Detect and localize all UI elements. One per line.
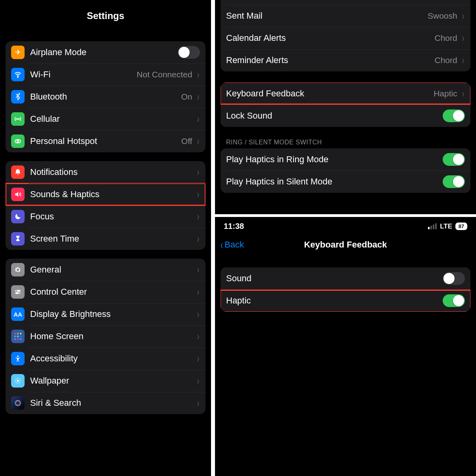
haptics-silent-label: Play Haptics in Silent Mode bbox=[226, 177, 443, 187]
new-mail-row[interactable]: New Mail None › bbox=[221, 0, 470, 5]
speaker-icon bbox=[11, 188, 25, 201]
chevron-right-icon: › bbox=[462, 54, 464, 67]
hourglass-icon bbox=[11, 232, 25, 246]
sent-mail-value: Swoosh bbox=[428, 11, 457, 21]
notifications-row[interactable]: Notifications › bbox=[6, 161, 205, 183]
bluetooth-row[interactable]: Bluetooth On › bbox=[6, 86, 205, 108]
signal-icon bbox=[428, 223, 437, 229]
accessibility-label: Accessibility bbox=[30, 353, 195, 364]
new-mail-value: None bbox=[437, 0, 457, 2]
keyboard-lock-group: Keyboard Feedback Haptic › Lock Sound bbox=[221, 83, 470, 127]
display-brightness-row[interactable]: AA Display & Brightness › bbox=[6, 303, 205, 325]
haptics-ring-row[interactable]: Play Haptics in Ring Mode bbox=[221, 148, 470, 171]
switches-icon bbox=[11, 285, 25, 299]
accessibility-row[interactable]: Accessibility › bbox=[6, 347, 205, 370]
sent-mail-row[interactable]: Sent Mail Swoosh › bbox=[221, 5, 470, 27]
home-screen-row[interactable]: Home Screen › bbox=[6, 325, 205, 347]
chevron-right-icon: › bbox=[197, 397, 200, 409]
hotspot-value: Off bbox=[181, 136, 192, 146]
wifi-row[interactable]: Wi-Fi Not Connected › bbox=[6, 63, 205, 86]
haptics-silent-toggle[interactable] bbox=[443, 175, 465, 188]
control-center-label: Control Center bbox=[30, 287, 195, 297]
cellular-row[interactable]: Cellular › bbox=[6, 108, 205, 130]
keyboard-feedback-title: Keyboard Feedback bbox=[215, 240, 476, 250]
haptics-silent-row[interactable]: Play Haptics in Silent Mode bbox=[221, 171, 470, 193]
hotspot-row[interactable]: Personal Hotspot Off › bbox=[6, 130, 205, 152]
sound-row[interactable]: Sound bbox=[221, 267, 470, 290]
svg-point-9 bbox=[17, 380, 19, 382]
calendar-alerts-row[interactable]: Calendar Alerts Chord › bbox=[221, 27, 470, 49]
siri-search-row[interactable]: Siri & Search › bbox=[6, 392, 205, 414]
general-label: General bbox=[30, 265, 195, 275]
wifi-label: Wi-Fi bbox=[30, 69, 137, 80]
chevron-right-icon: › bbox=[197, 232, 200, 245]
svg-point-1 bbox=[17, 119, 19, 120]
accessibility-icon bbox=[11, 352, 25, 365]
sounds-haptics-label: Sounds & Haptics bbox=[30, 189, 195, 200]
settings-connectivity-group: ✈ Airplane Mode Wi-Fi Not Connected › Bl… bbox=[6, 41, 205, 152]
control-center-row[interactable]: Control Center › bbox=[6, 281, 205, 303]
moon-icon bbox=[11, 210, 25, 223]
reminder-alerts-row[interactable]: Reminder Alerts Chord › bbox=[221, 49, 470, 71]
svg-point-7 bbox=[19, 292, 20, 294]
screen-time-label: Screen Time bbox=[30, 234, 195, 244]
haptic-toggle[interactable] bbox=[443, 294, 465, 307]
gear-icon bbox=[11, 263, 25, 276]
svg-point-8 bbox=[17, 355, 19, 357]
chevron-right-icon: › bbox=[462, 0, 464, 2]
svg-point-6 bbox=[16, 290, 17, 291]
carrier-label: LTE bbox=[440, 223, 452, 230]
status-bar: 11:38 LTE 87 bbox=[215, 217, 476, 234]
focus-row[interactable]: Focus › bbox=[6, 205, 205, 228]
chevron-right-icon: › bbox=[197, 135, 200, 148]
haptics-ring-toggle[interactable] bbox=[443, 153, 465, 166]
screen-time-row[interactable]: Screen Time › bbox=[6, 228, 205, 250]
mail-alerts-group: New Mail None › Sent Mail Swoosh › Calen… bbox=[221, 0, 470, 71]
bluetooth-label: Bluetooth bbox=[30, 92, 181, 102]
chevron-right-icon: › bbox=[462, 87, 464, 100]
wallpaper-icon bbox=[11, 374, 25, 388]
sounds-haptics-row[interactable]: Sounds & Haptics › bbox=[6, 183, 205, 205]
airplane-mode-row[interactable]: ✈ Airplane Mode bbox=[6, 41, 205, 63]
lock-sound-toggle[interactable] bbox=[443, 109, 465, 122]
notifications-label: Notifications bbox=[30, 167, 195, 177]
settings-general-group: General › Control Center › AA Display & … bbox=[6, 259, 205, 414]
calendar-alerts-label: Calendar Alerts bbox=[226, 33, 434, 43]
hotspot-label: Personal Hotspot bbox=[30, 136, 181, 146]
back-button[interactable]: ‹ Back bbox=[220, 238, 244, 251]
siri-icon bbox=[11, 396, 25, 410]
chevron-right-icon: › bbox=[197, 352, 200, 365]
keyboard-feedback-row[interactable]: Keyboard Feedback Haptic › bbox=[221, 83, 470, 105]
status-right: LTE 87 bbox=[428, 223, 467, 230]
keyboard-feedback-label: Keyboard Feedback bbox=[226, 88, 434, 99]
reminder-alerts-value: Chord bbox=[434, 56, 457, 65]
chevron-right-icon: › bbox=[197, 374, 200, 387]
bluetooth-value: On bbox=[181, 92, 192, 102]
wifi-value: Not Connected bbox=[137, 70, 192, 79]
airplane-mode-toggle[interactable] bbox=[178, 46, 200, 59]
chevron-left-icon: ‹ bbox=[221, 238, 223, 251]
sound-toggle[interactable] bbox=[443, 272, 465, 285]
chevron-right-icon: › bbox=[197, 263, 200, 276]
haptic-row[interactable]: Haptic bbox=[221, 290, 470, 312]
back-label: Back bbox=[225, 240, 244, 250]
cellular-icon bbox=[11, 112, 25, 126]
chevron-right-icon: › bbox=[197, 308, 200, 321]
sounds-haptics-panel: New Mail None › Sent Mail Swoosh › Calen… bbox=[213, 0, 476, 216]
app-grid-icon bbox=[11, 330, 25, 343]
chevron-right-icon: › bbox=[462, 10, 464, 22]
svg-point-0 bbox=[17, 77, 18, 77]
chevron-right-icon: › bbox=[197, 188, 200, 201]
chevron-right-icon: › bbox=[462, 32, 464, 44]
general-row[interactable]: General › bbox=[6, 259, 205, 281]
wallpaper-label: Wallpaper bbox=[30, 376, 195, 386]
ring-silent-group: Play Haptics in Ring Mode Play Haptics i… bbox=[221, 148, 470, 193]
bell-icon bbox=[11, 165, 25, 179]
lock-sound-row[interactable]: Lock Sound bbox=[221, 105, 470, 127]
keyboard-feedback-value: Haptic bbox=[434, 89, 457, 98]
wallpaper-row[interactable]: Wallpaper › bbox=[6, 370, 205, 392]
ring-silent-section-header: RING / SILENT MODE SWITCH bbox=[226, 139, 465, 146]
focus-label: Focus bbox=[30, 211, 195, 222]
calendar-alerts-value: Chord bbox=[434, 33, 457, 43]
new-mail-label: New Mail bbox=[226, 0, 437, 2]
